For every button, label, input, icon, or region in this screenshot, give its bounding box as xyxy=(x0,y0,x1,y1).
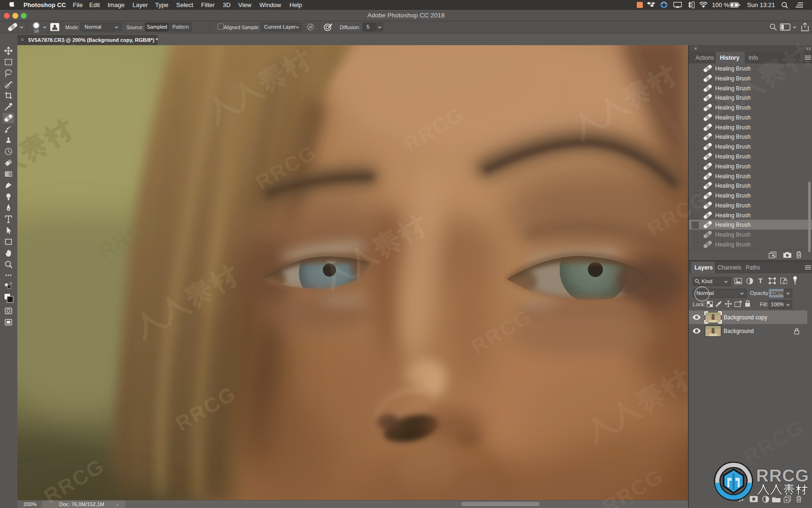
svg-text:RRCG: RRCG xyxy=(756,466,809,485)
